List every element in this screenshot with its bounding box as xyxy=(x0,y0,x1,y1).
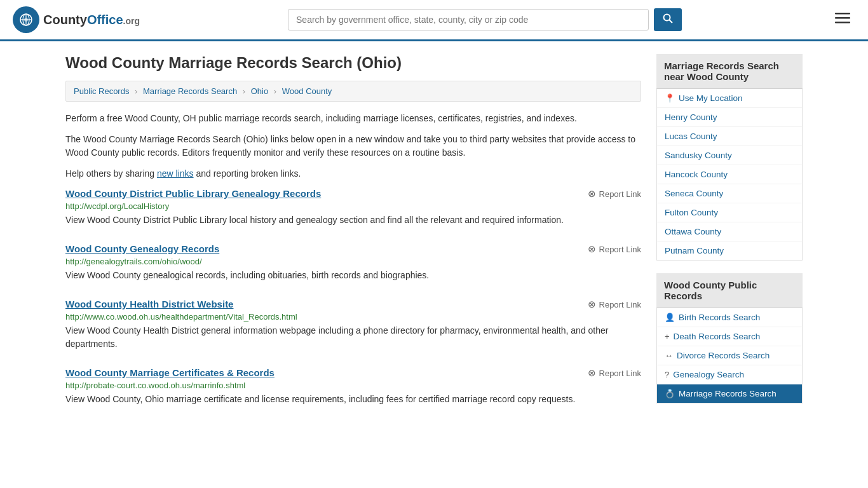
breadcrumb-public-records[interactable]: Public Records xyxy=(74,86,129,96)
report-icon: ⊗ xyxy=(588,243,596,255)
report-label: Report Link xyxy=(599,245,641,254)
record-type-icon: 💍 xyxy=(665,389,675,398)
location-icon: 📍 xyxy=(665,93,675,103)
site-header: CountyOffice.org xyxy=(0,0,868,41)
nearby-item: Lucas County xyxy=(657,127,802,146)
nearby-item: Henry County xyxy=(657,108,802,127)
nearby-county-link[interactable]: Seneca County xyxy=(665,189,723,198)
breadcrumb-marriage-records[interactable]: Marriage Records Search xyxy=(143,86,237,96)
record-url-1: http://genealogytrails.com/ohio/wood/ xyxy=(65,257,641,266)
use-location-link[interactable]: Use My Location xyxy=(679,93,743,103)
public-records-section: Wood County Public Records 👤Birth Record… xyxy=(656,273,803,403)
record-header: Wood County Marriage Certificates & Reco… xyxy=(65,367,641,379)
record-header: Wood County Health District Website ⊗ Re… xyxy=(65,299,641,310)
record-title-3[interactable]: Wood County Marriage Certificates & Reco… xyxy=(65,367,275,378)
help-description: Help others by sharing new links and rep… xyxy=(65,167,641,180)
nearby-county-link[interactable]: Fulton County xyxy=(665,208,718,217)
public-record-link[interactable]: Death Records Search xyxy=(674,332,761,341)
records-container: Wood County District Public Library Gene… xyxy=(65,188,641,409)
record-title-2[interactable]: Wood County Health District Website xyxy=(65,299,233,309)
nearby-county-link[interactable]: Ottawa County xyxy=(665,227,721,236)
record-type-icon: ? xyxy=(665,370,669,379)
record-type-icon: 👤 xyxy=(665,313,675,322)
record-url-0: http://wcdpl.org/LocalHistory xyxy=(65,201,641,211)
nearby-county-link[interactable]: Hancock County xyxy=(665,170,728,179)
report-link-1[interactable]: ⊗ Report Link xyxy=(588,243,641,255)
record-type-icon: + xyxy=(665,332,670,341)
svg-rect-8 xyxy=(835,13,850,15)
report-icon: ⊗ xyxy=(588,367,596,379)
report-link-2[interactable]: ⊗ Report Link xyxy=(588,299,641,310)
record-entry: Wood County Genealogy Records ⊗ Report L… xyxy=(65,243,641,285)
nearby-item: Sandusky County xyxy=(657,146,802,165)
nearby-item: 📍Use My Location xyxy=(657,89,802,108)
report-label: Report Link xyxy=(599,189,641,199)
report-link-0[interactable]: ⊗ Report Link xyxy=(588,188,641,200)
breadcrumb-sep-2: › xyxy=(243,86,245,96)
record-desc-0: View Wood County District Public Library… xyxy=(65,214,641,227)
detail-description: The Wood County Marriage Records Search … xyxy=(65,133,641,159)
report-icon: ⊗ xyxy=(588,188,596,200)
logo-area: CountyOffice.org xyxy=(13,6,140,33)
svg-point-6 xyxy=(664,15,670,21)
svg-rect-9 xyxy=(835,17,850,19)
public-records-list: 👤Birth Records Search+Death Records Sear… xyxy=(656,308,803,403)
content-area: Wood County Marriage Records Search (Ohi… xyxy=(65,54,641,423)
breadcrumb-ohio[interactable]: Ohio xyxy=(251,86,268,96)
page-title: Wood County Marriage Records Search (Ohi… xyxy=(65,54,641,72)
nearby-item: Seneca County xyxy=(657,184,802,203)
nearby-item: Ottawa County xyxy=(657,222,802,241)
nearby-item: Fulton County xyxy=(657,203,802,222)
logo-icon xyxy=(13,6,39,33)
nearby-header: Marriage Records Search near Wood County xyxy=(656,54,803,89)
record-entry: Wood County Health District Website ⊗ Re… xyxy=(65,299,641,353)
breadcrumb-sep-1: › xyxy=(135,86,137,96)
public-record-link[interactable]: Divorce Records Search xyxy=(677,351,770,360)
breadcrumb-sep-3: › xyxy=(274,86,276,96)
public-record-link[interactable]: Marriage Records Search xyxy=(679,389,776,398)
breadcrumb-wood-county[interactable]: Wood County xyxy=(282,86,332,96)
report-icon: ⊗ xyxy=(588,299,596,310)
public-record-item: ?Genealogy Search xyxy=(657,365,802,384)
nearby-county-link[interactable]: Lucas County xyxy=(665,132,717,141)
record-header: Wood County District Public Library Gene… xyxy=(65,188,641,200)
report-label: Report Link xyxy=(599,369,641,378)
record-entry: Wood County District Public Library Gene… xyxy=(65,188,641,229)
public-record-item: ↔Divorce Records Search xyxy=(657,346,802,365)
logo-text: CountyOffice.org xyxy=(43,13,140,27)
record-desc-2: View Wood County Health District general… xyxy=(65,324,641,351)
public-records-header: Wood County Public Records xyxy=(656,273,803,308)
nearby-county-link[interactable]: Sandusky County xyxy=(665,151,732,160)
record-title-0[interactable]: Wood County District Public Library Gene… xyxy=(65,188,321,199)
record-title-1[interactable]: Wood County Genealogy Records xyxy=(65,243,219,254)
nearby-county-link[interactable]: Henry County xyxy=(665,112,717,122)
svg-point-5 xyxy=(24,18,28,22)
record-desc-1: View Wood County genealogical records, i… xyxy=(65,269,641,282)
report-label: Report Link xyxy=(599,300,641,309)
nearby-item: Hancock County xyxy=(657,165,802,184)
nearby-list: 📍Use My LocationHenry CountyLucas County… xyxy=(656,89,803,261)
record-entry: Wood County Marriage Certificates & Reco… xyxy=(65,367,641,409)
nearby-section: Marriage Records Search near Wood County… xyxy=(656,54,803,261)
public-record-link[interactable]: Birth Records Search xyxy=(679,313,760,322)
intro-description: Perform a free Wood County, OH public ma… xyxy=(65,112,641,125)
main-container: Wood County Marriage Records Search (Ohi… xyxy=(53,41,815,435)
record-desc-3: View Wood County, Ohio marriage certific… xyxy=(65,393,641,406)
report-link-3[interactable]: ⊗ Report Link xyxy=(588,367,641,379)
public-record-link[interactable]: Genealogy Search xyxy=(673,370,744,379)
breadcrumb: Public Records › Marriage Records Search… xyxy=(65,81,641,102)
public-record-item: +Death Records Search xyxy=(657,327,802,346)
menu-button[interactable] xyxy=(830,8,855,32)
new-links-link[interactable]: new links xyxy=(157,168,194,179)
search-input[interactable] xyxy=(288,9,649,30)
record-url-2: http://www.co.wood.oh.us/healthdepartmen… xyxy=(65,312,641,322)
record-url-3: http://probate-court.co.wood.oh.us/marri… xyxy=(65,381,641,390)
nearby-item: Putnam County xyxy=(657,241,802,260)
nearby-county-link[interactable]: Putnam County xyxy=(665,246,724,255)
sidebar: Marriage Records Search near Wood County… xyxy=(656,54,803,423)
svg-line-7 xyxy=(670,20,673,24)
public-record-item: 👤Birth Records Search xyxy=(657,308,802,327)
record-type-icon: ↔ xyxy=(665,351,673,360)
search-button[interactable] xyxy=(654,8,682,31)
public-record-item: 💍Marriage Records Search xyxy=(657,384,802,403)
